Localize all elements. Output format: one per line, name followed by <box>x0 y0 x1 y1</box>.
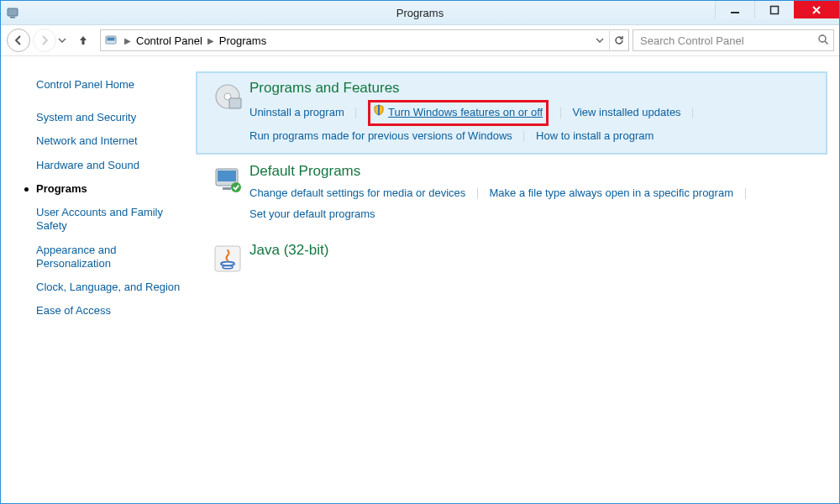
breadcrumb-leaf[interactable]: Programs <box>218 34 268 47</box>
close-button[interactable] <box>794 1 839 18</box>
titlebar: Programs <box>1 1 839 25</box>
sidebar-item-clock-language-region[interactable]: Clock, Language, and Region <box>14 276 196 299</box>
section-default-programs[interactable]: Default Programs Change default settings… <box>196 155 827 233</box>
sidebar-item-hardware-sound[interactable]: Hardware and Sound <box>14 154 196 177</box>
section-java[interactable]: Java (32-bit) <box>196 234 827 282</box>
navigation-bar: ▶ Control Panel ▶ Programs Search Contro… <box>1 25 839 56</box>
refresh-button[interactable] <box>609 31 628 50</box>
svg-rect-12 <box>218 171 236 181</box>
sidebar-home-link[interactable]: Control Panel Home <box>14 78 196 106</box>
client-area: Control Panel Home System and Security N… <box>1 56 839 503</box>
svg-rect-2 <box>731 12 739 13</box>
chevron-right-icon[interactable]: ▶ <box>204 36 218 45</box>
maximize-button[interactable] <box>754 1 794 18</box>
link-view-installed-updates[interactable]: View installed updates <box>572 106 680 118</box>
recent-locations-button[interactable] <box>58 36 66 45</box>
uac-shield-icon <box>373 102 385 123</box>
sidebar-item-appearance[interactable]: Appearance and Personalization <box>14 239 196 276</box>
app-icon <box>6 6 19 19</box>
sidebar-item-network-internet[interactable]: Network and Internet <box>14 129 196 153</box>
link-windows-features[interactable]: Turn Windows features on or off <box>388 102 543 123</box>
sidebar: Control Panel Home System and Security N… <box>1 56 196 503</box>
back-button[interactable] <box>7 29 30 52</box>
up-button[interactable] <box>73 34 93 47</box>
link-file-type-association[interactable]: Make a file type always open in a specif… <box>490 186 733 199</box>
forward-button[interactable] <box>33 29 56 52</box>
search-box[interactable]: Search Control Panel <box>633 29 834 51</box>
sidebar-item-ease-of-access[interactable]: Ease of Access <box>14 299 196 323</box>
svg-rect-0 <box>8 8 18 16</box>
breadcrumb-root[interactable]: Control Panel <box>134 34 204 47</box>
link-set-default-programs[interactable]: Set your default programs <box>249 207 375 220</box>
svg-point-6 <box>819 35 826 42</box>
default-programs-icon <box>206 163 249 224</box>
sidebar-item-system-security[interactable]: System and Security <box>14 106 196 129</box>
svg-rect-3 <box>771 6 779 13</box>
svg-rect-10 <box>229 98 241 108</box>
window-title: Programs <box>396 7 444 19</box>
sidebar-list: System and Security Network and Internet… <box>14 106 196 323</box>
programs-features-icon <box>206 80 249 146</box>
link-how-to-install[interactable]: How to install a program <box>536 129 654 142</box>
section-programs-and-features[interactable]: Programs and Features Uninstall a progra… <box>196 71 827 155</box>
sidebar-item-user-accounts[interactable]: User Accounts and Family Safety <box>14 201 196 239</box>
link-uninstall-program[interactable]: Uninstall a program <box>249 106 344 118</box>
main-pane: Programs and Features Uninstall a progra… <box>196 56 839 503</box>
chevron-right-icon[interactable]: ▶ <box>121 36 134 45</box>
control-panel-window: Programs <box>0 0 840 504</box>
address-history-button[interactable] <box>591 31 609 50</box>
location-icon <box>104 34 118 47</box>
window-controls <box>715 1 839 18</box>
svg-rect-13 <box>223 187 231 190</box>
highlight-annotation: Turn Windows features on or off <box>368 100 549 126</box>
java-icon <box>206 242 249 274</box>
search-placeholder: Search Control Panel <box>640 34 813 47</box>
category-links: Change default settings for media or dev… <box>249 183 817 224</box>
svg-rect-5 <box>108 38 115 41</box>
search-icon[interactable] <box>813 34 833 48</box>
svg-line-7 <box>825 41 828 45</box>
category-title[interactable]: Java (32-bit) <box>249 242 817 259</box>
link-change-default-settings[interactable]: Change default settings for media or dev… <box>249 186 465 199</box>
category-title[interactable]: Programs and Features <box>249 80 817 97</box>
svg-rect-1 <box>10 17 15 18</box>
category-title[interactable]: Default Programs <box>249 163 817 180</box>
category-links: Uninstall a program Turn Windows feature… <box>249 100 817 146</box>
minimize-button[interactable] <box>715 1 754 18</box>
sidebar-item-programs[interactable]: Programs <box>14 177 196 201</box>
svg-point-14 <box>231 182 241 192</box>
link-compatibility[interactable]: Run programs made for previous versions … <box>249 129 512 142</box>
address-bar[interactable]: ▶ Control Panel ▶ Programs <box>100 29 629 51</box>
